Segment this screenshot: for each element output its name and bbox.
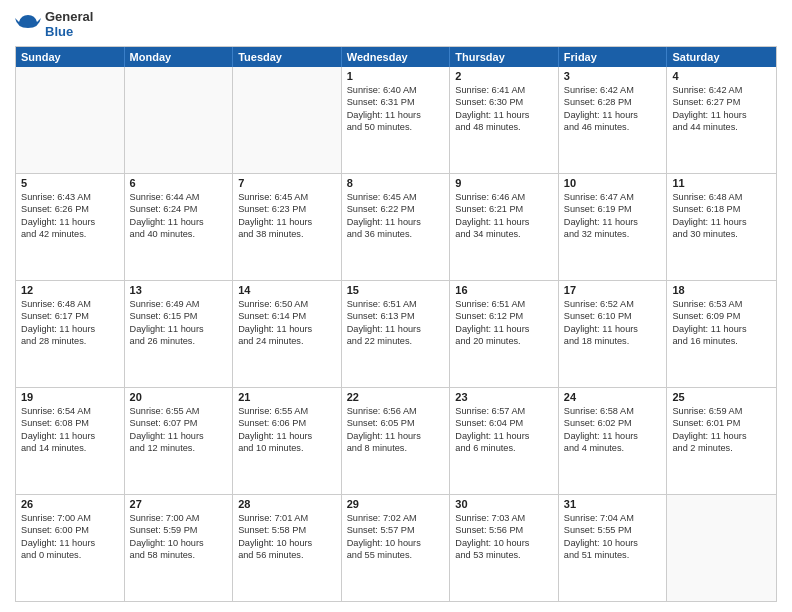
cell-text-line: Sunset: 6:07 PM	[130, 417, 228, 429]
day-number: 29	[347, 498, 445, 510]
cell-text-line: Sunrise: 7:03 AM	[455, 512, 553, 524]
cell-text-line: Sunset: 5:57 PM	[347, 524, 445, 536]
day-number: 8	[347, 177, 445, 189]
cell-text-line: and 10 minutes.	[238, 442, 336, 454]
cell-text-line: Sunset: 6:09 PM	[672, 310, 771, 322]
header: GeneralBlue	[15, 10, 777, 40]
cell-text-line: and 8 minutes.	[347, 442, 445, 454]
cell-text-line: Sunrise: 7:02 AM	[347, 512, 445, 524]
logo-blue-text: Blue	[45, 25, 93, 40]
cell-text-line: Sunset: 5:55 PM	[564, 524, 662, 536]
cell-text-line: Sunset: 6:24 PM	[130, 203, 228, 215]
calendar-day-empty	[667, 495, 776, 601]
calendar-day-12: 12Sunrise: 6:48 AMSunset: 6:17 PMDayligh…	[16, 281, 125, 387]
cell-text-line: Daylight: 11 hours	[130, 430, 228, 442]
calendar-header-saturday: Saturday	[667, 47, 776, 67]
calendar-header-tuesday: Tuesday	[233, 47, 342, 67]
cell-text-line: Sunrise: 6:41 AM	[455, 84, 553, 96]
calendar-day-5: 5Sunrise: 6:43 AMSunset: 6:26 PMDaylight…	[16, 174, 125, 280]
calendar-header-monday: Monday	[125, 47, 234, 67]
calendar-day-20: 20Sunrise: 6:55 AMSunset: 6:07 PMDayligh…	[125, 388, 234, 494]
cell-text-line: Sunset: 6:13 PM	[347, 310, 445, 322]
cell-text-line: Sunrise: 7:00 AM	[130, 512, 228, 524]
calendar-day-10: 10Sunrise: 6:47 AMSunset: 6:19 PMDayligh…	[559, 174, 668, 280]
cell-text-line: Sunrise: 6:49 AM	[130, 298, 228, 310]
cell-text-line: Daylight: 11 hours	[21, 216, 119, 228]
calendar-day-28: 28Sunrise: 7:01 AMSunset: 5:58 PMDayligh…	[233, 495, 342, 601]
day-number: 26	[21, 498, 119, 510]
cell-text-line: Daylight: 11 hours	[130, 323, 228, 335]
cell-text-line: Sunrise: 6:46 AM	[455, 191, 553, 203]
cell-text-line: Daylight: 11 hours	[455, 323, 553, 335]
cell-text-line: and 30 minutes.	[672, 228, 771, 240]
cell-text-line: and 56 minutes.	[238, 549, 336, 561]
calendar-header-wednesday: Wednesday	[342, 47, 451, 67]
calendar-day-9: 9Sunrise: 6:46 AMSunset: 6:21 PMDaylight…	[450, 174, 559, 280]
cell-text-line: Daylight: 11 hours	[21, 323, 119, 335]
cell-text-line: and 32 minutes.	[564, 228, 662, 240]
cell-text-line: Sunset: 6:26 PM	[21, 203, 119, 215]
cell-text-line: Sunset: 6:14 PM	[238, 310, 336, 322]
calendar-day-27: 27Sunrise: 7:00 AMSunset: 5:59 PMDayligh…	[125, 495, 234, 601]
calendar-day-29: 29Sunrise: 7:02 AMSunset: 5:57 PMDayligh…	[342, 495, 451, 601]
cell-text-line: Sunset: 6:18 PM	[672, 203, 771, 215]
cell-text-line: and 12 minutes.	[130, 442, 228, 454]
day-number: 9	[455, 177, 553, 189]
cell-text-line: Daylight: 11 hours	[238, 216, 336, 228]
cell-text-line: and 28 minutes.	[21, 335, 119, 347]
cell-text-line: Sunset: 5:59 PM	[130, 524, 228, 536]
cell-text-line: Daylight: 11 hours	[672, 323, 771, 335]
cell-text-line: Sunrise: 6:42 AM	[672, 84, 771, 96]
cell-text-line: Sunset: 6:30 PM	[455, 96, 553, 108]
day-number: 10	[564, 177, 662, 189]
cell-text-line: Sunset: 5:56 PM	[455, 524, 553, 536]
cell-text-line: Daylight: 10 hours	[347, 537, 445, 549]
cell-text-line: Sunrise: 6:59 AM	[672, 405, 771, 417]
cell-text-line: and 14 minutes.	[21, 442, 119, 454]
cell-text-line: Sunrise: 6:54 AM	[21, 405, 119, 417]
cell-text-line: Sunrise: 6:57 AM	[455, 405, 553, 417]
cell-text-line: Sunset: 6:28 PM	[564, 96, 662, 108]
calendar-day-16: 16Sunrise: 6:51 AMSunset: 6:12 PMDayligh…	[450, 281, 559, 387]
cell-text-line: Sunset: 6:05 PM	[347, 417, 445, 429]
cell-text-line: Sunrise: 7:00 AM	[21, 512, 119, 524]
day-number: 6	[130, 177, 228, 189]
cell-text-line: Sunrise: 6:44 AM	[130, 191, 228, 203]
day-number: 31	[564, 498, 662, 510]
day-number: 16	[455, 284, 553, 296]
day-number: 3	[564, 70, 662, 82]
cell-text-line: Sunset: 6:27 PM	[672, 96, 771, 108]
calendar-header-sunday: Sunday	[16, 47, 125, 67]
calendar-week-1: 1Sunrise: 6:40 AMSunset: 6:31 PMDaylight…	[16, 67, 776, 173]
calendar-day-17: 17Sunrise: 6:52 AMSunset: 6:10 PMDayligh…	[559, 281, 668, 387]
cell-text-line: Sunrise: 6:56 AM	[347, 405, 445, 417]
calendar-day-14: 14Sunrise: 6:50 AMSunset: 6:14 PMDayligh…	[233, 281, 342, 387]
cell-text-line: Sunset: 6:19 PM	[564, 203, 662, 215]
day-number: 24	[564, 391, 662, 403]
cell-text-line: Daylight: 11 hours	[238, 430, 336, 442]
cell-text-line: Sunrise: 6:43 AM	[21, 191, 119, 203]
cell-text-line: Daylight: 11 hours	[564, 109, 662, 121]
calendar-header: SundayMondayTuesdayWednesdayThursdayFrid…	[16, 47, 776, 67]
cell-text-line: Sunrise: 6:45 AM	[347, 191, 445, 203]
calendar-day-24: 24Sunrise: 6:58 AMSunset: 6:02 PMDayligh…	[559, 388, 668, 494]
cell-text-line: Daylight: 11 hours	[130, 216, 228, 228]
cell-text-line: and 38 minutes.	[238, 228, 336, 240]
cell-text-line: Daylight: 10 hours	[564, 537, 662, 549]
cell-text-line: and 40 minutes.	[130, 228, 228, 240]
day-number: 18	[672, 284, 771, 296]
calendar-day-8: 8Sunrise: 6:45 AMSunset: 6:22 PMDaylight…	[342, 174, 451, 280]
cell-text-line: and 48 minutes.	[455, 121, 553, 133]
cell-text-line: and 53 minutes.	[455, 549, 553, 561]
cell-text-line: and 46 minutes.	[564, 121, 662, 133]
calendar-day-3: 3Sunrise: 6:42 AMSunset: 6:28 PMDaylight…	[559, 67, 668, 173]
cell-text-line: Sunrise: 6:55 AM	[130, 405, 228, 417]
cell-text-line: Daylight: 10 hours	[455, 537, 553, 549]
day-number: 2	[455, 70, 553, 82]
cell-text-line: and 55 minutes.	[347, 549, 445, 561]
cell-text-line: Sunrise: 6:48 AM	[21, 298, 119, 310]
cell-text-line: and 34 minutes.	[455, 228, 553, 240]
cell-text-line: Sunrise: 6:51 AM	[455, 298, 553, 310]
cell-text-line: Sunrise: 6:47 AM	[564, 191, 662, 203]
day-number: 15	[347, 284, 445, 296]
